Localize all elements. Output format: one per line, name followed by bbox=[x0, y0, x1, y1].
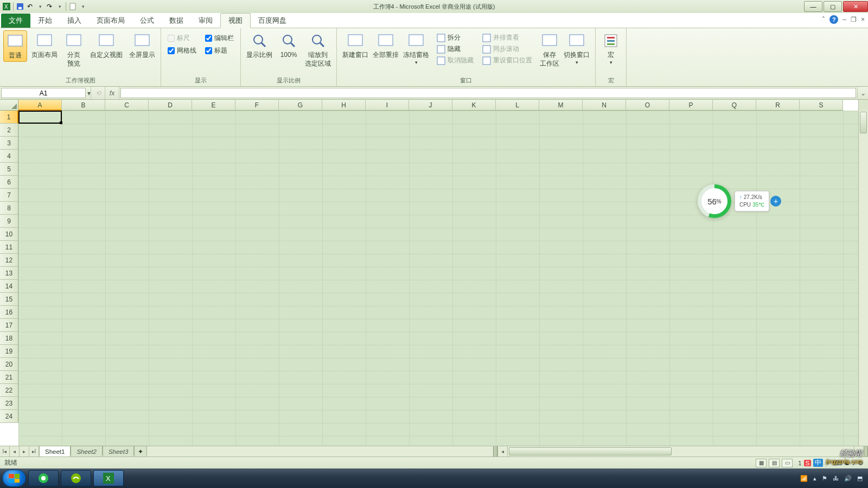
sheet-tab[interactable]: Sheet2 bbox=[71, 446, 102, 457]
chk-编辑栏[interactable]: 编辑栏 bbox=[205, 34, 234, 43]
chk-标题[interactable]: 标题 bbox=[205, 46, 234, 55]
system-monitor-widget[interactable]: 56% ↑ 27.2K/s CPU 35℃ + bbox=[698, 184, 781, 218]
row-header[interactable]: 1 bbox=[0, 111, 18, 124]
select-all-button[interactable] bbox=[0, 100, 18, 111]
taskbar-app-excel[interactable]: X bbox=[93, 470, 124, 486]
col-header[interactable]: R bbox=[756, 100, 800, 111]
cmd-normal[interactable]: 普通 bbox=[3, 30, 27, 62]
cmd-switch[interactable]: 切换窗口▾ bbox=[561, 30, 592, 69]
sheet-nav-last-icon[interactable]: ▸I bbox=[29, 446, 39, 457]
cmd-fullscreen[interactable]: 全屏显示 bbox=[127, 30, 157, 61]
ime-s-icon[interactable]: S bbox=[804, 460, 812, 466]
tab-审阅[interactable]: 审阅 bbox=[191, 14, 220, 28]
tray-vol-icon[interactable]: 🔊 bbox=[844, 475, 852, 482]
col-header[interactable]: O bbox=[626, 100, 669, 111]
excel-app-icon[interactable]: X bbox=[2, 2, 11, 11]
sheet-nav-first-icon[interactable]: I◂ bbox=[0, 446, 10, 457]
close-button[interactable]: ✕ bbox=[843, 1, 868, 12]
row-header[interactable]: 22 bbox=[0, 384, 18, 397]
mdi-close-icon[interactable]: × bbox=[861, 16, 865, 23]
tray-wifi-icon[interactable]: 📶 bbox=[800, 475, 808, 482]
row-header[interactable]: 15 bbox=[0, 293, 18, 306]
start-button[interactable] bbox=[2, 470, 26, 487]
col-header[interactable]: B bbox=[62, 100, 105, 111]
vertical-scrollbar[interactable] bbox=[858, 111, 868, 446]
row-header[interactable]: 6 bbox=[0, 176, 18, 189]
cmd-隐藏[interactable]: 隐藏 bbox=[436, 44, 475, 54]
col-header[interactable]: L bbox=[496, 100, 539, 111]
row-header[interactable]: 21 bbox=[0, 371, 18, 384]
name-box-dropdown-icon[interactable]: ▾ bbox=[87, 89, 91, 97]
tray-net-icon[interactable]: 🖧 bbox=[833, 475, 839, 481]
hscroll-left-icon[interactable]: ◂ bbox=[497, 446, 507, 457]
col-header[interactable]: K bbox=[452, 100, 496, 111]
taskbar-app-browser[interactable] bbox=[28, 470, 59, 486]
tab-视图[interactable]: 视图 bbox=[220, 13, 251, 28]
row-header[interactable]: 12 bbox=[0, 254, 18, 267]
redo-dropdown-icon[interactable] bbox=[55, 2, 63, 11]
row-header[interactable]: 23 bbox=[0, 397, 18, 410]
col-header[interactable]: G bbox=[279, 100, 322, 111]
row-header[interactable]: 8 bbox=[0, 202, 18, 215]
col-header[interactable]: S bbox=[800, 100, 843, 111]
cmd-newwin[interactable]: 新建窗口 bbox=[340, 30, 371, 67]
col-header[interactable]: J bbox=[409, 100, 452, 111]
cmd-arrange[interactable]: 全部重排 bbox=[371, 30, 401, 67]
row-header[interactable]: 13 bbox=[0, 267, 18, 280]
tab-file[interactable]: 文件 bbox=[1, 14, 30, 28]
row-header[interactable]: 7 bbox=[0, 189, 18, 202]
col-header[interactable]: F bbox=[235, 100, 279, 111]
tab-开始[interactable]: 开始 bbox=[30, 14, 60, 28]
name-box-input[interactable] bbox=[1, 88, 86, 98]
row-header[interactable]: 24 bbox=[0, 410, 18, 423]
cmd-zoomsel[interactable]: 缩放到选定区域 bbox=[303, 30, 333, 69]
col-header[interactable]: N bbox=[583, 100, 626, 111]
tab-插入[interactable]: 插入 bbox=[60, 14, 89, 28]
doc-icon[interactable] bbox=[68, 2, 77, 11]
formula-input[interactable] bbox=[120, 88, 856, 98]
cmd-macro[interactable]: 宏▾ bbox=[599, 30, 623, 67]
tab-页面布局[interactable]: 页面布局 bbox=[89, 14, 132, 28]
row-header[interactable]: 2 bbox=[0, 124, 18, 137]
monitor-ring-icon[interactable]: 56% bbox=[698, 184, 731, 218]
cmd-zoom[interactable]: 显示比例 bbox=[244, 30, 275, 61]
sheet-tab[interactable]: Sheet3 bbox=[103, 446, 134, 457]
tab-公式[interactable]: 公式 bbox=[132, 14, 162, 28]
tab-split-handle[interactable] bbox=[493, 446, 497, 457]
col-header[interactable]: H bbox=[322, 100, 366, 111]
ime-lang-icon[interactable]: 中 bbox=[813, 459, 823, 467]
redo-icon[interactable]: ↷ bbox=[45, 2, 54, 11]
mdi-restore-icon[interactable]: ❐ bbox=[851, 16, 857, 23]
col-header[interactable]: P bbox=[669, 100, 713, 111]
undo-icon[interactable]: ↶ bbox=[25, 2, 34, 11]
row-header[interactable]: 9 bbox=[0, 215, 18, 228]
row-header[interactable]: 19 bbox=[0, 345, 18, 358]
monitor-plus-icon[interactable]: + bbox=[770, 196, 781, 207]
fx-icon[interactable]: fx bbox=[105, 87, 119, 99]
tray-up-icon[interactable]: ▴ bbox=[813, 475, 816, 482]
col-header[interactable]: A bbox=[18, 100, 62, 111]
row-header[interactable]: 17 bbox=[0, 319, 18, 332]
chk-网格线[interactable]: 网格线 bbox=[168, 46, 196, 55]
view-pagebreak-icon[interactable]: ▭ bbox=[782, 459, 793, 467]
sheet-tab[interactable]: Sheet1 bbox=[39, 446, 71, 457]
sheet-nav-next-icon[interactable]: ▸ bbox=[20, 446, 29, 457]
col-header[interactable]: M bbox=[539, 100, 583, 111]
col-header[interactable]: E bbox=[192, 100, 235, 111]
row-header[interactable]: 10 bbox=[0, 228, 18, 241]
cells-area[interactable] bbox=[18, 111, 858, 446]
formula-bar-expand-icon[interactable]: ⌄ bbox=[857, 87, 868, 99]
row-header[interactable]: 20 bbox=[0, 358, 18, 371]
col-header[interactable]: C bbox=[105, 100, 149, 111]
active-cell[interactable] bbox=[18, 111, 62, 124]
row-header[interactable]: 18 bbox=[0, 332, 18, 345]
cmd-拆分[interactable]: 拆分 bbox=[436, 33, 475, 43]
tab-百度网盘[interactable]: 百度网盘 bbox=[251, 14, 294, 28]
cmd-zoom100[interactable]: 100% bbox=[277, 30, 301, 61]
cmd-savews[interactable]: 保存工作区 bbox=[538, 30, 561, 69]
view-normal-icon[interactable]: ▦ bbox=[756, 459, 767, 467]
zoom-level[interactable]: 1 bbox=[798, 460, 801, 466]
save-icon[interactable] bbox=[16, 2, 24, 11]
tray-other-icon[interactable]: ⬒ bbox=[857, 475, 863, 482]
help-icon[interactable]: ? bbox=[829, 15, 838, 24]
